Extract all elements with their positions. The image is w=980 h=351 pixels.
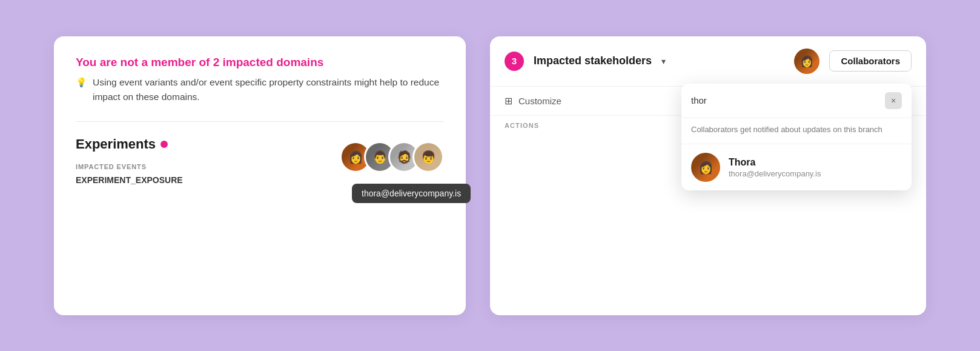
impacted-events-label: IMPACTED EVENTS (76, 163, 183, 170)
avatar-group-container: 👩 👨 🧔 👦 thora@deliverycompany.is (340, 139, 444, 173)
actions-label: ACTIONS (505, 122, 539, 129)
right-header: 3 Impacted stakeholders ▾ 👩 Collaborator… (490, 36, 926, 87)
user-email: thora@deliverycompany.is (729, 169, 821, 178)
right-card: 3 Impacted stakeholders ▾ 👩 Collaborator… (490, 36, 926, 315)
grid-icon: ⊞ (505, 95, 512, 107)
dropdown-hint: Collaborators get notified about updates… (681, 118, 912, 145)
result-avatar-face: 👩 (698, 160, 713, 175)
experiments-title: Experiments (76, 136, 183, 152)
result-avatar: 👩 (691, 153, 720, 182)
experiments-section: Experiments IMPACTED EVENTS EXPERIMENT_E… (76, 136, 444, 185)
user-result-row[interactable]: 👩 Thora thora@deliverycompany.is (681, 144, 912, 190)
left-card: You are not a member of 2 impacted domai… (54, 36, 466, 315)
collaborators-button[interactable]: Collaborators (829, 50, 912, 72)
avatar-4[interactable]: 👦 (412, 141, 444, 173)
search-value[interactable]: thor (691, 95, 880, 105)
header-avatar[interactable]: 👩 (794, 48, 819, 74)
header-avatar-face: 👩 (800, 55, 813, 68)
clear-search-button[interactable]: × (885, 92, 902, 109)
avatar-face-4: 👦 (414, 143, 442, 171)
customize-label[interactable]: Customize (518, 96, 561, 106)
experiments-label: Experiments (76, 136, 156, 152)
pink-dot-icon (161, 141, 168, 148)
stakeholders-label: Impacted stakeholders (534, 55, 652, 67)
experiment-exposure-label: EXPERIMENT_EXPOSURE (76, 175, 183, 185)
email-tooltip: thora@deliverycompany.is (352, 184, 471, 203)
experiments-left: Experiments IMPACTED EVENTS EXPERIMENT_E… (76, 136, 183, 185)
search-row: thor × (681, 84, 912, 118)
hint-text: Using event variants and/or event specif… (76, 75, 444, 104)
user-name: Thora (729, 157, 821, 168)
divider (76, 121, 444, 122)
avatar-group: 👩 👨 🧔 👦 (340, 141, 444, 173)
stakeholders-badge: 3 (505, 52, 524, 71)
warning-text: You are not a member of 2 impacted domai… (76, 56, 444, 69)
chevron-down-icon[interactable]: ▾ (661, 56, 666, 66)
user-info: Thora thora@deliverycompany.is (729, 157, 821, 178)
collaborators-dropdown: thor × Collaborators get notified about … (681, 84, 912, 191)
